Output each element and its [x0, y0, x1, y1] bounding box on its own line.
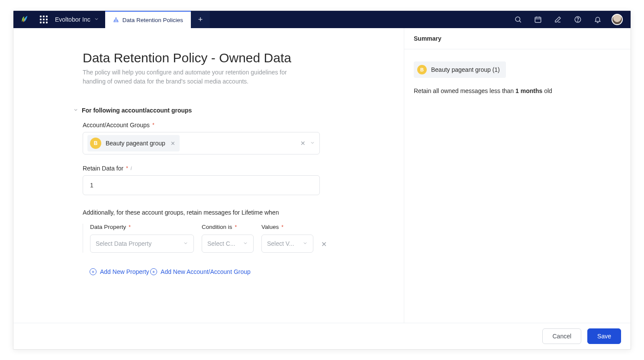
data-property-select[interactable]: Select Data Property	[90, 235, 194, 253]
chevron-down-icon	[303, 240, 308, 247]
svg-point-3	[117, 21, 118, 22]
search-icon[interactable]	[512, 13, 524, 26]
account-groups-label: Account/Account Groups*	[83, 122, 377, 129]
data-property-label: Data Property*	[90, 224, 194, 230]
top-navbar: Evoltobor Inc Data Retention Policies +	[13, 11, 631, 28]
account-groups-select[interactable]: B Beauty pageant group ✕ ✕	[83, 132, 320, 154]
main-panel: Data Retention Policy - Owned Data The p…	[13, 28, 404, 323]
rule-row: Data Property* Select Data Property Cond…	[83, 224, 377, 253]
svg-point-11	[577, 21, 578, 21]
add-property-button[interactable]: + Add New Property	[90, 268, 149, 275]
summary-title: Summary	[404, 28, 631, 49]
footer-actions: Cancel Save	[13, 323, 631, 349]
svg-point-4	[515, 17, 520, 22]
svg-point-1	[113, 21, 115, 22]
remove-rule-icon[interactable]: ✕	[321, 240, 327, 248]
tab-label: Data Retention Policies	[122, 17, 183, 23]
hierarchy-icon	[113, 17, 119, 23]
org-selector[interactable]: Evoltobor Inc	[52, 11, 105, 28]
section-toggle[interactable]: For following account/account groups	[73, 107, 377, 114]
chip-badge: B	[417, 65, 427, 74]
save-button[interactable]: Save	[587, 328, 621, 344]
plus-circle-icon: +	[150, 268, 157, 275]
bell-icon[interactable]	[592, 13, 604, 26]
chip-label: Beauty pageant group	[106, 140, 165, 147]
summary-panel: Summary B Beauty pageant group (1) Retai…	[404, 28, 631, 323]
retain-for-input[interactable]	[87, 180, 315, 190]
page-subtitle: The policy will help you configure and a…	[83, 68, 308, 86]
svg-line-5	[519, 21, 521, 22]
plus-circle-icon: +	[90, 268, 97, 275]
svg-point-0	[115, 18, 116, 19]
condition-label: Condition is*	[202, 224, 254, 230]
chevron-down-icon	[94, 16, 99, 23]
chip-remove-icon[interactable]: ✕	[171, 140, 175, 147]
plus-icon: +	[198, 16, 203, 23]
summary-chip-label: Beauty pageant group (1)	[431, 66, 500, 73]
chevron-down-icon[interactable]	[310, 140, 315, 147]
calendar-icon[interactable]	[532, 13, 544, 26]
account-chip: B Beauty pageant group ✕	[87, 135, 180, 151]
new-tab-button[interactable]: +	[191, 11, 210, 28]
help-icon[interactable]	[572, 13, 584, 26]
app-switcher[interactable]	[35, 11, 52, 28]
lifetime-condition-text: Additionally, for these account groups, …	[83, 209, 377, 216]
chevron-down-icon	[243, 240, 248, 247]
retain-for-input-wrap	[83, 175, 320, 195]
add-account-group-button[interactable]: + Add New Account/Account Group	[150, 268, 251, 275]
values-select[interactable]: Select V...	[261, 235, 313, 253]
summary-line: Retain all owned messages less than 1 mo…	[414, 87, 621, 94]
svg-rect-6	[535, 17, 541, 22]
chip-badge: B	[90, 138, 101, 149]
chevron-down-icon	[183, 240, 188, 247]
compose-icon[interactable]	[552, 13, 564, 26]
org-name: Evoltobor Inc	[55, 16, 90, 23]
cancel-button[interactable]: Cancel	[542, 328, 581, 344]
svg-point-2	[115, 21, 116, 22]
section-heading: For following account/account groups	[82, 107, 192, 114]
user-avatar[interactable]	[612, 14, 623, 25]
brand-logo	[13, 11, 35, 28]
summary-chip: B Beauty pageant group (1)	[414, 61, 506, 78]
info-icon[interactable]: i	[131, 165, 132, 171]
clear-icon[interactable]: ✕	[300, 140, 306, 147]
tab-data-retention[interactable]: Data Retention Policies	[105, 11, 191, 28]
chevron-down-icon	[73, 107, 78, 114]
retain-for-label: Retain Data for*i	[83, 165, 377, 172]
values-label: Values*	[261, 224, 313, 230]
condition-select[interactable]: Select C...	[202, 235, 254, 253]
page-title: Data Retention Policy - Owned Data	[83, 51, 377, 65]
